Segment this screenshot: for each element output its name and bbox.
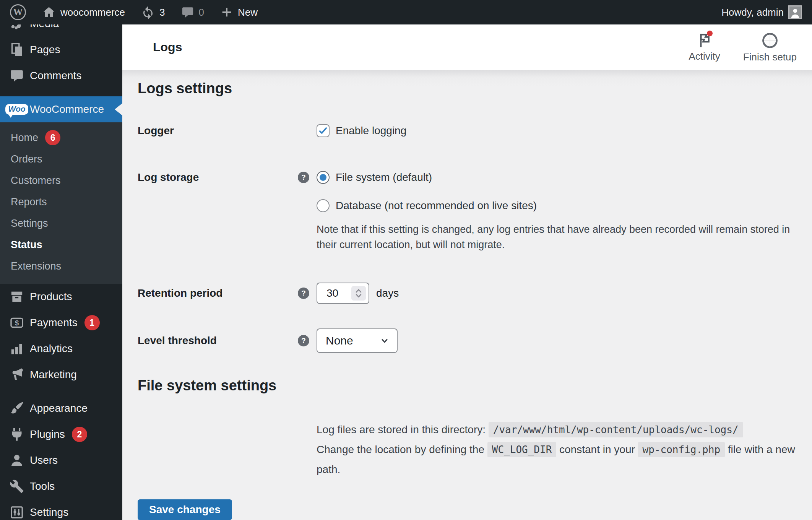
comments-icon [8, 67, 25, 84]
admin-sidebar: Media Pages Comments Woo WooCommerce Hom… [0, 0, 122, 520]
sidebar-item-appearance[interactable]: Appearance [0, 395, 122, 421]
tools-icon [8, 478, 25, 495]
change-location-text-2: constant in your [559, 444, 635, 455]
save-changes-button[interactable]: Save changes [138, 499, 232, 520]
storage-note: Note that if this setting is changed, an… [317, 222, 791, 252]
wordpress-logo-icon: W [10, 4, 26, 20]
retention-help-icon[interactable]: ? [298, 288, 309, 299]
new-label: New [238, 6, 258, 18]
sidebar-item-plugins[interactable]: Plugins 2 [0, 421, 122, 447]
submenu-item-home[interactable]: Home 6 [0, 127, 122, 148]
main-area: Logs Activity Finish setup Logs settings… [122, 24, 812, 520]
log-storage-help-icon[interactable]: ? [298, 172, 309, 183]
log-storage-row: Log storage ? File system (default) Data… [138, 170, 797, 252]
payments-badge: 1 [84, 315, 100, 330]
new-content-button[interactable]: New [220, 6, 258, 19]
level-threshold-help-icon[interactable]: ? [298, 335, 309, 346]
level-threshold-value: None [326, 334, 353, 347]
comments-indicator[interactable]: 0 [181, 6, 204, 19]
plugins-icon [8, 426, 25, 443]
retention-period-row: Retention period ? days [138, 283, 797, 304]
users-icon [8, 452, 25, 469]
file-system-description: Log files are stored in this directory: … [317, 420, 797, 479]
woocommerce-submenu: Home 6 Orders Customers Reports Settings… [0, 122, 122, 284]
storage-file-system-label: File system (default) [336, 171, 432, 184]
submenu-item-reports[interactable]: Reports [0, 191, 122, 213]
updates-count: 3 [159, 6, 165, 18]
home-icon [42, 5, 56, 19]
updates-indicator[interactable]: 3 [141, 5, 165, 19]
account-menu[interactable]: Howdy, admin [721, 5, 802, 19]
submenu-item-orders[interactable]: Orders [0, 148, 122, 170]
appearance-icon [8, 400, 25, 417]
sidebar-item-products[interactable]: Products [0, 284, 122, 310]
storage-database-radio[interactable] [317, 199, 330, 212]
sidebar-item-label: Plugins [30, 428, 65, 440]
page-header: Logs Activity Finish setup [122, 24, 812, 70]
avatar [788, 5, 802, 19]
sidebar-item-label: Products [30, 291, 72, 303]
logger-row: Logger Enable logging [138, 123, 797, 138]
comment-bubble-icon [181, 6, 194, 19]
file-system-settings-heading: File system settings [138, 377, 797, 394]
sidebar-item-payments[interactable]: $ Payments 1 [0, 310, 122, 336]
marketing-icon [8, 366, 25, 383]
sidebar-item-label: Appearance [30, 402, 88, 414]
plugins-badge: 2 [72, 427, 87, 442]
sidebar-item-label: Payments [30, 317, 78, 329]
woocommerce-icon: Woo [8, 101, 25, 118]
wc-log-dir-code: WC_LOG_DIR [487, 442, 557, 457]
activity-label: Activity [689, 50, 720, 62]
sidebar-item-pages[interactable]: Pages [0, 37, 122, 63]
submenu-item-extensions[interactable]: Extensions [0, 255, 122, 277]
directory-intro-text: Log files are stored in this directory: [317, 424, 486, 435]
level-threshold-label: Level threshold [138, 328, 298, 353]
settings-icon [8, 504, 25, 520]
wp-config-code: wp-config.php [638, 442, 725, 457]
number-stepper[interactable] [351, 286, 366, 301]
home-badge: 6 [45, 130, 60, 145]
level-threshold-select[interactable]: None [317, 328, 398, 353]
sidebar-item-label: Users [30, 454, 58, 466]
retention-unit: days [376, 283, 399, 304]
site-name: woocommerce [60, 6, 125, 18]
finish-setup-label: Finish setup [743, 51, 797, 63]
pages-icon [8, 41, 25, 58]
activity-flag-icon [696, 31, 713, 49]
sidebar-item-settings[interactable]: Settings [0, 499, 122, 520]
submenu-item-customers[interactable]: Customers [0, 170, 122, 191]
log-storage-label: Log storage [138, 170, 298, 185]
comments-count: 0 [199, 6, 204, 18]
sidebar-item-label: Tools [30, 480, 55, 492]
submenu-item-settings[interactable]: Settings [0, 213, 122, 234]
site-home-link[interactable]: woocommerce [42, 5, 125, 19]
storage-file-system-radio[interactable] [317, 171, 330, 184]
sidebar-item-users[interactable]: Users [0, 447, 122, 473]
enable-logging-label: Enable logging [336, 125, 406, 137]
plus-icon [220, 6, 233, 19]
activity-button[interactable]: Activity [689, 31, 720, 62]
page-title: Logs [153, 40, 182, 54]
submenu-item-status[interactable]: Status [0, 234, 122, 255]
analytics-icon [8, 340, 25, 357]
sidebar-item-marketing[interactable]: Marketing [0, 362, 122, 388]
logger-label: Logger [138, 123, 298, 138]
enable-logging-checkbox[interactable] [317, 124, 330, 137]
sidebar-item-label: Comments [30, 70, 81, 82]
sidebar-item-label: Marketing [30, 369, 77, 381]
payments-icon: $ [8, 314, 25, 331]
finish-setup-button[interactable]: Finish setup [743, 31, 797, 63]
products-icon [8, 288, 25, 305]
active-item-arrow [115, 103, 122, 115]
svg-text:$: $ [15, 319, 19, 327]
chevron-down-icon [379, 335, 390, 346]
wordpress-logo[interactable]: W [10, 4, 26, 20]
sidebar-item-woocommerce[interactable]: Woo WooCommerce [0, 96, 122, 122]
change-location-text-1: Change the location by defining the [317, 444, 484, 455]
sidebar-item-analytics[interactable]: Analytics [0, 336, 122, 362]
sidebar-item-tools[interactable]: Tools [0, 473, 122, 499]
sidebar-item-label: Analytics [30, 343, 73, 355]
setup-progress-icon [761, 31, 779, 50]
admin-top-bar: W woocommerce 3 0 New [0, 0, 812, 24]
sidebar-item-comments[interactable]: Comments [0, 63, 122, 89]
